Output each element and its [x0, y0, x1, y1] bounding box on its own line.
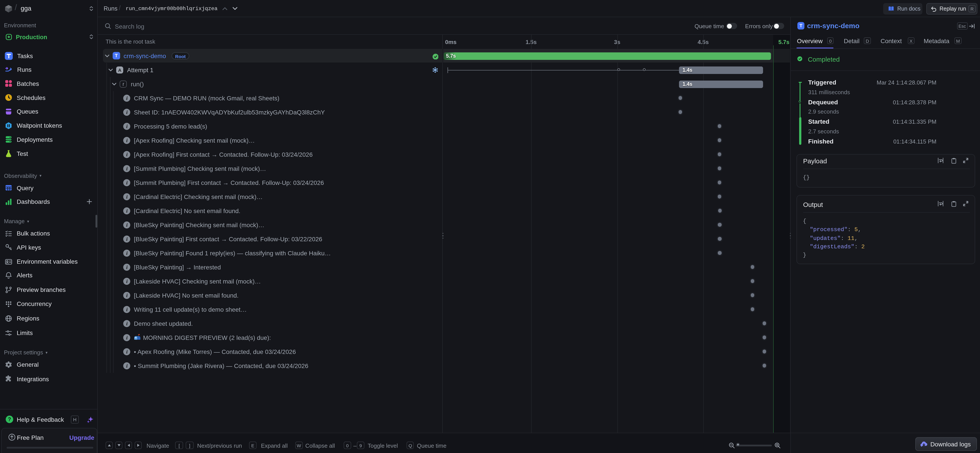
svg-text:?: ? [8, 416, 11, 422]
